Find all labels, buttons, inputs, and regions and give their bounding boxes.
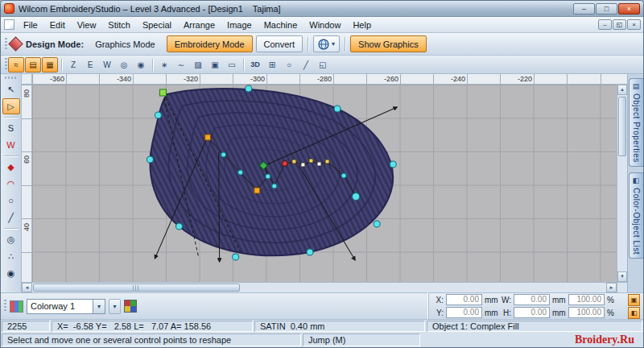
contour-fill-icon[interactable]: ◎ [116, 57, 132, 72]
vertical-scroll-thumb[interactable] [618, 97, 626, 156]
horizontal-ruler: -360 -340 -320 -300 -280 -260 -240 -220 [32, 74, 627, 85]
toolbar-grip[interactable] [5, 58, 7, 71]
hint-message: Select and move one or several control p… [2, 334, 301, 346]
toolbar-grip[interactable] [4, 300, 6, 313]
overview-window-icon[interactable]: ◱ [315, 57, 331, 72]
x-input[interactable]: 0.00 [446, 294, 482, 305]
menu-window[interactable]: Window [303, 19, 346, 31]
menu-stitch[interactable]: Stitch [102, 19, 136, 31]
globe-dropdown-arrow[interactable]: ▾ [332, 40, 335, 48]
menu-machine[interactable]: Machine [258, 19, 303, 31]
holes-tool[interactable]: ◎ [2, 231, 20, 247]
horizontal-scrollbar[interactable]: ◄ ► [22, 282, 627, 292]
digitize-open-tool[interactable]: ◠ [2, 176, 20, 192]
separator [308, 37, 308, 52]
chevron-down-icon[interactable]: ▾ [93, 300, 105, 313]
mdi-minimize-button[interactable]: – [598, 19, 612, 30]
reshape-tool[interactable]: ▷ [2, 98, 20, 114]
outline-stitch-icon[interactable]: ▭ [224, 57, 240, 72]
motif-run-icon[interactable]: W [99, 57, 115, 72]
embroidery-mode-button[interactable]: Embroidery Mode [167, 35, 253, 52]
star-fill-icon[interactable]: ∗ [156, 57, 172, 72]
tatami-fill-icon[interactable]: ▦ [42, 57, 58, 72]
current-tool-state: Jump (M) [303, 334, 420, 346]
vertical-scrollbar[interactable]: ▲ ▼ [617, 85, 627, 282]
run-tool[interactable]: ╱ [2, 209, 20, 226]
scroll-left-icon[interactable]: ◄ [22, 283, 32, 292]
tab-object-properties[interactable]: ▤ Object Properties [629, 78, 643, 167]
titlebar[interactable]: Wilcom EmbroideryStudio – Level 3 Advanc… [1, 1, 643, 17]
horizontal-scroll-thumb[interactable] [33, 284, 240, 292]
hoop-globe-button[interactable]: ▾ [313, 35, 340, 52]
3d-view-icon[interactable]: 3D [247, 57, 263, 72]
scale-w-input[interactable]: 100.00 [568, 294, 605, 305]
node-tool[interactable]: ∴ [2, 248, 20, 264]
color-palette-icon[interactable] [124, 300, 137, 313]
mdi-close-button[interactable]: × [627, 19, 641, 30]
design-svg[interactable] [32, 85, 617, 282]
cycle-colors-icon[interactable]: ◧ [628, 307, 640, 319]
separator [4, 117, 19, 118]
e-stitch-icon[interactable]: E [82, 57, 98, 72]
canvas-row: 80 60 40 [22, 85, 627, 282]
h-ruler-number: -340 [117, 75, 131, 83]
show-graphics-button[interactable]: Show Graphics [350, 35, 427, 52]
menubar: File Edit View Stitch Special Arrange Im… [1, 17, 643, 33]
stitch-edit-tool[interactable]: S [2, 120, 20, 136]
convert-button[interactable]: Convert [256, 35, 303, 52]
h-input[interactable]: 0.00 [514, 307, 550, 318]
satin-stitch-icon[interactable]: ▤ [25, 57, 41, 72]
scroll-right-icon[interactable]: ► [606, 283, 617, 292]
graphics-mode-button[interactable]: Graphics Mode [87, 35, 163, 52]
digitize-closed-tool[interactable]: ◆ [2, 159, 20, 175]
run-stitch-icon[interactable]: ≈ [8, 57, 24, 72]
vertical-scroll-track[interactable] [617, 95, 627, 271]
menu-view[interactable]: View [72, 19, 102, 31]
close-button[interactable]: × [618, 3, 640, 14]
zoom-tool[interactable]: ◉ [2, 265, 20, 281]
menu-image[interactable]: Image [221, 19, 258, 31]
scale-h-input[interactable]: 100.00 [568, 307, 605, 318]
applique-icon[interactable]: ▣ [207, 57, 223, 72]
menu-arrange[interactable]: Arrange [178, 19, 221, 31]
spiral-fill-icon[interactable]: ◉ [133, 57, 149, 72]
colorway-bar: Colorway 1 ▾ ▾ X: 0.00 mm W: 0.00 mm 100… [1, 292, 643, 319]
y-label: Y: [433, 309, 444, 317]
scroll-up-icon[interactable]: ▲ [617, 85, 627, 95]
mdi-restore-button[interactable]: ◱ [613, 19, 626, 30]
lettering-tool[interactable]: W [2, 137, 20, 153]
minimize-button[interactable]: – [573, 3, 595, 14]
separator [61, 59, 62, 71]
colorway-docker-icon[interactable] [10, 300, 23, 313]
toolbar-grip[interactable] [5, 77, 18, 79]
hoop-toggle-icon[interactable]: ○ [281, 57, 297, 72]
tab-color-object-list[interactable]: ◧ Color-Object List [629, 172, 643, 259]
thread-colors-icon[interactable]: ▣ [628, 294, 640, 306]
colorway-select[interactable]: Colorway 1 ▾ [27, 299, 105, 314]
menu-help[interactable]: Help [347, 19, 377, 31]
maximize-button[interactable]: □ [596, 3, 617, 14]
design-canvas[interactable] [32, 85, 617, 282]
select-tool[interactable]: ↖ [2, 81, 20, 97]
v-ruler-number: 80 [23, 89, 31, 97]
menu-edit[interactable]: Edit [44, 19, 71, 31]
h-label: H: [501, 309, 511, 317]
hint-bar: Select and move one or several control p… [1, 333, 643, 347]
menu-file[interactable]: File [18, 19, 43, 31]
colorway-menu-button[interactable]: ▾ [109, 299, 121, 314]
embroidery-object[interactable] [150, 89, 393, 255]
horizontal-scroll-track[interactable] [32, 283, 606, 292]
w-input[interactable]: 0.00 [514, 294, 550, 305]
circle-tool[interactable]: ○ [2, 193, 20, 209]
scroll-down-icon[interactable]: ▼ [617, 271, 627, 282]
motif-fill-icon[interactable]: ▨ [190, 57, 206, 72]
zigzag-stitch-icon[interactable]: Z [65, 57, 81, 72]
y-input[interactable]: 0.00 [446, 307, 482, 318]
grid-toggle-icon[interactable]: ⊞ [264, 57, 280, 72]
measure-icon[interactable]: ╱ [298, 57, 314, 72]
w-unit: mm [552, 296, 566, 304]
transform-panel: X: 0.00 mm W: 0.00 mm 100.00 % Y: 0.00 m… [428, 292, 625, 320]
wave-fill-icon[interactable]: ∼ [173, 57, 189, 72]
toolbar-grip[interactable] [5, 38, 7, 51]
menu-special[interactable]: Special [137, 19, 177, 31]
